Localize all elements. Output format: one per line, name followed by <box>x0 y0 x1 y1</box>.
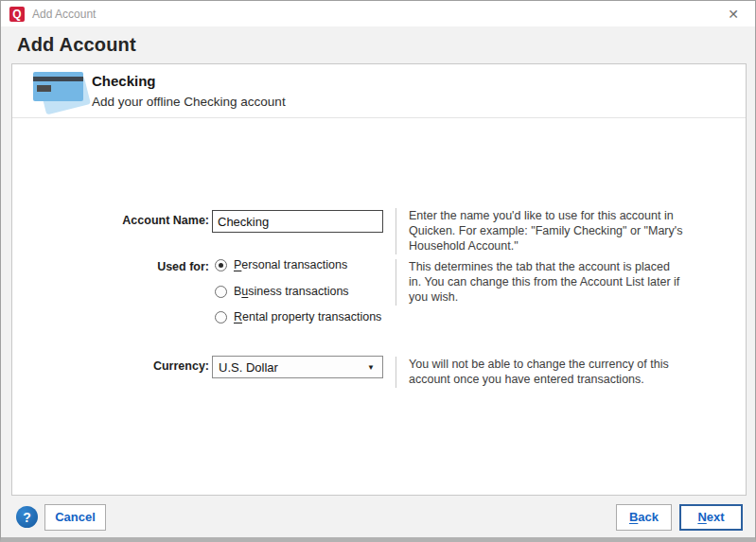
radio-button-icon[interactable] <box>215 311 227 323</box>
currency-selected-value: U.S. Dollar <box>219 360 367 375</box>
title-bar: Q Add Account ✕ <box>1 1 755 26</box>
credit-card-icon <box>32 70 91 115</box>
radio-label: Business transactions <box>234 285 349 298</box>
account-type-header: Checking Add your offline Checking accou… <box>12 64 746 118</box>
divider <box>396 357 396 388</box>
back-button[interactable]: Back <box>616 504 672 531</box>
add-account-dialog: Q Add Account ✕ Add Account Checking Add… <box>0 0 756 542</box>
used-for-help: This determines the tab that the account… <box>409 259 740 305</box>
footer-bar: ? Cancel Back Next <box>1 496 755 538</box>
radio-button-icon[interactable] <box>215 259 227 271</box>
radio-used-for-0[interactable]: Personal transactions <box>215 258 347 271</box>
account-name-input[interactable] <box>212 210 383 233</box>
form-body: Account Name: Enter the name you'd like … <box>12 118 746 495</box>
divider <box>396 208 396 254</box>
help-icon[interactable]: ? <box>16 506 38 528</box>
account-type-title: Checking <box>92 73 156 89</box>
account-name-help: Enter the name you'd like to use for thi… <box>409 208 740 254</box>
page-title: Add Account <box>17 34 136 56</box>
currency-label: Currency: <box>31 359 209 373</box>
heading-band: Add Account <box>1 26 755 63</box>
radio-label: Rental property transactions <box>234 310 381 323</box>
main-panel: Checking Add your offline Checking accou… <box>11 63 747 496</box>
account-type-subtitle: Add your offline Checking account <box>92 95 286 109</box>
quicken-logo-icon: Q <box>9 7 25 22</box>
radio-used-for-2[interactable]: Rental property transactions <box>215 310 381 323</box>
next-button[interactable]: Next <box>679 504 743 531</box>
cancel-button[interactable]: Cancel <box>44 504 106 531</box>
radio-label: Personal transactions <box>234 258 347 271</box>
currency-help: You will not be able to change the curre… <box>409 357 740 387</box>
currency-select[interactable]: U.S. Dollar ▼ <box>212 356 383 378</box>
used-for-label: Used for: <box>31 260 209 273</box>
radio-used-for-1[interactable]: Business transactions <box>215 285 349 298</box>
divider <box>396 259 396 306</box>
chevron-down-icon: ▼ <box>367 363 377 372</box>
radio-button-icon[interactable] <box>215 286 227 298</box>
window-title: Add Account <box>32 8 96 21</box>
close-icon[interactable]: ✕ <box>719 1 747 26</box>
account-name-label: Account Name: <box>31 214 209 227</box>
